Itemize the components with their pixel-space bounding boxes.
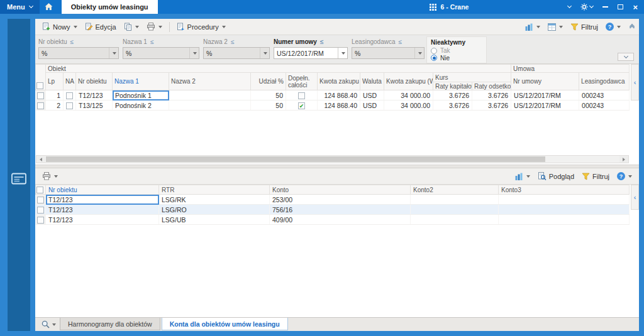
col-header-kwota-zakupu[interactable]: Kwota zakupu [318, 73, 360, 90]
cell-kwota-wl: 34 000.00 [384, 90, 433, 100]
compare-operator-icon[interactable]: ≤ [70, 38, 74, 45]
cell-rtr: LSG/RO [159, 205, 270, 215]
session-indicator[interactable]: 6 - Crane [430, 3, 469, 11]
scroll-left-button[interactable] [36, 156, 45, 163]
col-header-nr-obiektu[interactable]: Nr obiektu [46, 185, 159, 195]
compare-operator-icon[interactable]: ≤ [231, 38, 235, 45]
row-select-checkbox[interactable] [37, 217, 44, 224]
bottom-tabbar: Harmonogramy dla obiektów Konta dla obie… [35, 317, 639, 331]
col-header-udzial[interactable]: Udział % [251, 73, 286, 90]
row-select-checkbox[interactable] [37, 197, 44, 203]
horizontal-scrollbar[interactable] [36, 155, 629, 163]
home-button[interactable] [40, 0, 58, 14]
col-header-konto3[interactable]: Konto3 [499, 185, 630, 195]
side-panel-expander[interactable]: ‹ [631, 185, 639, 210]
expand-filter-button[interactable] [618, 53, 634, 61]
edit-button[interactable]: Edycja [82, 21, 119, 32]
na-checkbox[interactable] [66, 92, 73, 99]
export-grid-button[interactable] [545, 22, 566, 32]
col-header-lp[interactable]: Lp [46, 73, 64, 90]
tab-label: Konta dla obiektów umów leasingu [170, 320, 280, 328]
col-header-konto[interactable]: Konto [270, 185, 411, 195]
select-all-checkbox[interactable] [36, 82, 43, 89]
tab-konta[interactable]: Konta dla obiektów umów leasingu [162, 318, 288, 330]
cell-kwota-wl: 34 000.00 [384, 100, 433, 111]
cell-waluta: USD [360, 90, 384, 100]
col-header-konto2[interactable]: Konto2 [411, 185, 499, 195]
col-header-dopeln[interactable]: Dopełn. całości [286, 73, 318, 90]
scrollbar-track[interactable] [45, 156, 619, 163]
new-button[interactable]: Nowy [39, 21, 80, 32]
maximize-button[interactable] [618, 4, 623, 9]
radio-nie[interactable]: Nie [431, 55, 482, 62]
collapse-toolbar-button[interactable] [630, 24, 634, 30]
close-button[interactable]: × [633, 3, 638, 11]
settings-button[interactable] [580, 3, 593, 11]
new-button-label: Nowy [53, 23, 70, 31]
compare-operator-icon[interactable]: ≤ [399, 38, 402, 45]
session-label: 6 - Crane [440, 3, 469, 11]
col-header-kwota-wl[interactable]: Kwota zakupu (WL) [384, 73, 433, 90]
na-checkbox[interactable] [66, 102, 73, 109]
col-header-raty-odsetkowe[interactable]: Raty odsetkowe [472, 82, 511, 90]
dopelnienie-checkbox[interactable] [298, 92, 305, 99]
cell-leasingodawca: 000243 [579, 100, 630, 111]
row-select-checkbox[interactable] [37, 92, 44, 99]
row-select-checkbox[interactable] [37, 207, 44, 214]
dropdown-arrow [189, 48, 199, 58]
filter-bottom-button[interactable]: Filtruj [579, 171, 613, 182]
scrollbar-thumb[interactable] [46, 156, 545, 162]
chart-bottom-button[interactable] [512, 171, 533, 182]
table-row[interactable]: T12/123 LSG/RK 253/00 [36, 195, 630, 205]
procedures-button[interactable]: Procedury [174, 21, 229, 32]
table-row[interactable]: 2 T13/125 Podnośnik 2 50 ✔ 124 868.40 US… [36, 100, 630, 111]
chart-button[interactable] [522, 22, 543, 32]
cell-konto3 [499, 215, 630, 225]
cell-nazwa1-selected[interactable]: Podnośnik 1 [113, 90, 169, 100]
tab-harmonogramy[interactable]: Harmonogramy dla obiektów [60, 318, 160, 330]
copy-button[interactable] [121, 21, 142, 32]
chevron-down-icon [158, 26, 162, 28]
col-header-nr-umowy[interactable]: Nr umowy [511, 73, 579, 90]
preview-button[interactable]: Podgląd [535, 171, 577, 182]
cell-waluta: USD [360, 100, 384, 111]
browse-records-icon[interactable] [11, 26, 26, 331]
select-all-checkbox[interactable] [36, 187, 43, 193]
compare-operator-icon[interactable]: ≤ [150, 38, 154, 45]
titlebar-dropdown-button[interactable] [568, 6, 571, 8]
radio-tak[interactable]: Tak [431, 47, 482, 54]
help-bottom-button[interactable]: ? [614, 171, 635, 182]
compare-operator-icon[interactable]: ≤ [320, 38, 324, 45]
col-header-nr-obiektu[interactable]: Nr obiektu [76, 73, 113, 90]
minimize-button[interactable] [602, 6, 608, 8]
side-panel-expander[interactable]: ‹ [631, 64, 639, 100]
print-bottom-button[interactable] [39, 171, 61, 182]
menu-button[interactable]: Menu [0, 0, 40, 14]
help-button[interactable]: ? [602, 21, 624, 32]
col-header-nazwa1[interactable]: Nazwa 1 [113, 73, 169, 90]
col-header-rtr[interactable]: RTR [159, 185, 270, 195]
filter-numer-umowy-select[interactable]: US/12/2017/RM [274, 47, 348, 59]
zoom-dropdown-button[interactable] [38, 318, 60, 331]
table-row[interactable]: T12/123 LSG/UB 409/00 [36, 215, 630, 225]
col-header-nazwa2[interactable]: Nazwa 2 [169, 73, 251, 90]
table-row[interactable]: T12/123 LSG/RO 756/16 [36, 205, 630, 215]
cell-nr-obiektu-selected[interactable]: T12/123 [46, 195, 159, 205]
filter-nazwa2-select[interactable]: % [203, 47, 270, 59]
collapse-left-icon: ‹ [634, 79, 636, 86]
filter-leasingodawca-select[interactable]: % [352, 47, 425, 59]
active-window-tab[interactable]: Obiekty umów leasingu [62, 0, 158, 14]
table-row[interactable]: 1 T12/123 Podnośnik 1 50 124 868.40 USD … [36, 90, 630, 100]
col-header-waluta[interactable]: Waluta [360, 73, 384, 90]
print-button[interactable] [143, 21, 165, 32]
col-header-na[interactable]: NA [64, 73, 76, 90]
dopelnienie-checkbox[interactable]: ✔ [298, 102, 305, 109]
filter-button[interactable]: Filtruj [567, 22, 601, 32]
col-header-raty-kapitalowe[interactable]: Raty kapitałowe [433, 82, 472, 90]
filter-nazwa1-select[interactable]: % [123, 47, 199, 59]
row-select-checkbox[interactable] [37, 102, 44, 109]
titlebar: Menu Obiekty umów leasingu 6 - Crane [0, 0, 644, 14]
scroll-right-button[interactable] [619, 156, 628, 163]
col-header-leasingodawca[interactable]: Leasingodawca [579, 73, 630, 90]
filter-nr-obiektu-select[interactable]: % [38, 47, 119, 59]
